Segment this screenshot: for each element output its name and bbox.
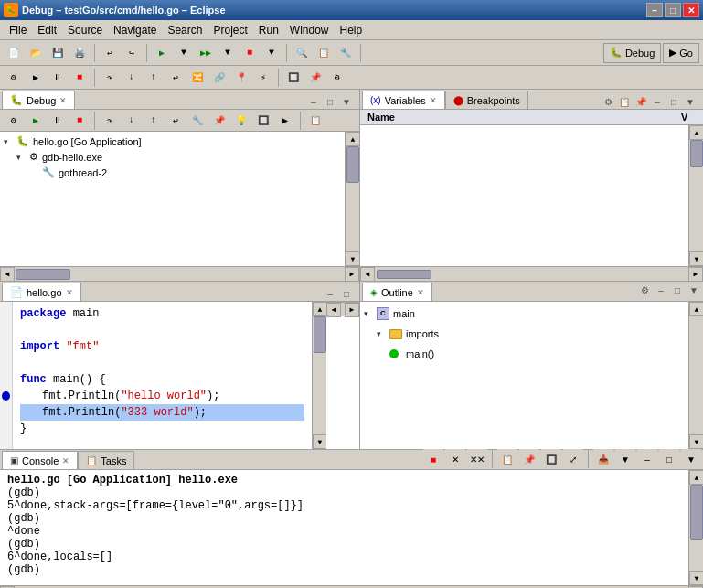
vars-sch-thumb[interactable] bbox=[377, 270, 431, 279]
t2-btn6[interactable]: ↓ bbox=[122, 68, 142, 88]
console-tb5[interactable]: 📌 bbox=[519, 449, 539, 469]
scroll-right-arrow[interactable]: ▶ bbox=[345, 267, 359, 282]
vars-scroll-thumb[interactable] bbox=[690, 140, 703, 167]
debug-tb9[interactable]: 🔧 bbox=[187, 111, 208, 131]
console-tb6[interactable]: 🔲 bbox=[541, 449, 561, 469]
outline-tb1[interactable]: ⚙ bbox=[637, 283, 652, 297]
editor-scroll-h[interactable]: ◀ ▶ bbox=[326, 302, 359, 316]
tasks-tab[interactable]: 📋 Tasks bbox=[78, 451, 134, 469]
console-tb3[interactable]: ✕✕ bbox=[467, 449, 487, 469]
debug-tb3[interactable]: ⏸ bbox=[48, 111, 68, 131]
outline-scroll-up[interactable]: ▲ bbox=[689, 302, 703, 316]
vars-tb2[interactable]: 📋 bbox=[617, 94, 632, 109]
outline-item-main[interactable]: ▾ C main bbox=[360, 304, 688, 324]
debug-maximize-btn[interactable]: □ bbox=[323, 94, 337, 109]
vars-tb3[interactable]: 📌 bbox=[634, 94, 648, 109]
debug-scroll-v[interactable]: ▲ ▼ bbox=[345, 132, 359, 266]
breakpoints-tab[interactable]: ⬤ Breakpoints bbox=[445, 91, 528, 109]
editor-tab[interactable]: 📄 hello.go ✕ bbox=[2, 283, 81, 301]
code-area[interactable]: package main import "fmt" func main() { … bbox=[13, 302, 312, 449]
t2-btn14[interactable]: 📌 bbox=[305, 68, 325, 88]
debug-tb1[interactable]: ⚙ bbox=[4, 111, 24, 131]
t2-btn11[interactable]: 📍 bbox=[231, 68, 251, 88]
menu-edit[interactable]: Edit bbox=[32, 22, 62, 38]
print-button[interactable]: 🖨️ bbox=[69, 43, 90, 63]
editor-scroll-up[interactable]: ▲ bbox=[313, 302, 326, 316]
menu-file[interactable]: File bbox=[4, 22, 32, 38]
debug-tab[interactable]: 🐛 Debug ✕ bbox=[2, 91, 75, 109]
editor-scroll-v[interactable]: ▲ ▼ bbox=[312, 302, 326, 449]
vars-max-btn[interactable]: □ bbox=[666, 94, 681, 109]
debug-tb8[interactable]: ↩ bbox=[165, 111, 186, 131]
vars-menu-btn[interactable]: ▼ bbox=[683, 94, 698, 109]
console-tb7[interactable]: ⤢ bbox=[563, 449, 583, 469]
debug-tb4[interactable]: ■ bbox=[69, 111, 90, 131]
scroll-up-arrow[interactable]: ▲ bbox=[346, 132, 359, 146]
tool3[interactable]: 🔧 bbox=[336, 43, 356, 63]
menu-navigate[interactable]: Navigate bbox=[108, 22, 162, 38]
tree-item-2[interactable]: 🔧 gothread-2 bbox=[0, 165, 345, 180]
menu-project[interactable]: Project bbox=[208, 22, 252, 38]
vars-scroll-h[interactable]: ◀ ▶ bbox=[360, 266, 703, 281]
console-tab-close[interactable]: ✕ bbox=[62, 456, 69, 465]
outline-max-btn[interactable]: □ bbox=[670, 283, 685, 297]
debug-tb12[interactable]: 🔲 bbox=[253, 111, 273, 131]
editor-scroll-thumb[interactable] bbox=[314, 316, 326, 353]
console-tb9[interactable]: ▼ bbox=[615, 449, 635, 469]
menu-window[interactable]: Window bbox=[284, 22, 335, 38]
console-scroll-v[interactable]: ▲ ▼ bbox=[688, 470, 703, 585]
vars-scroll-v[interactable]: ▲ ▼ bbox=[688, 125, 703, 266]
console-min-btn[interactable]: – bbox=[637, 449, 657, 469]
editor-sch-left[interactable]: ◀ bbox=[326, 303, 341, 317]
debug-tab-close[interactable]: ✕ bbox=[59, 96, 67, 105]
console-tb8[interactable]: 📥 bbox=[593, 449, 613, 469]
editor-max-btn[interactable]: □ bbox=[339, 286, 354, 301]
run-dropdown[interactable]: ▼ bbox=[174, 43, 194, 63]
maximize-button[interactable]: □ bbox=[665, 3, 681, 17]
t2-btn15[interactable]: ⚙ bbox=[327, 68, 347, 88]
run-button[interactable]: ▶ bbox=[152, 43, 172, 63]
t2-btn1[interactable]: ⚙ bbox=[4, 68, 24, 88]
t2-btn12[interactable]: ⚡ bbox=[253, 68, 273, 88]
debug-tb6[interactable]: ↓ bbox=[122, 111, 142, 131]
console-output[interactable]: hello.go [Go Application] hello.exe (gdb… bbox=[0, 470, 688, 585]
menu-source[interactable]: Source bbox=[62, 22, 108, 38]
tree-item-0[interactable]: ▾ 🐛 hello.go [Go Application] bbox=[0, 134, 345, 149]
console-max-btn[interactable]: □ bbox=[659, 449, 679, 469]
variables-tab[interactable]: (x) Variables ✕ bbox=[362, 91, 445, 109]
t2-btn2[interactable]: ▶ bbox=[26, 68, 46, 88]
t2-btn7[interactable]: ↑ bbox=[144, 68, 164, 88]
editor-sch-right[interactable]: ▶ bbox=[345, 303, 359, 317]
outline-item-mainfn[interactable]: main() bbox=[360, 344, 688, 364]
menu-search[interactable]: Search bbox=[162, 22, 208, 38]
debug-tb2[interactable]: ▶ bbox=[26, 111, 46, 131]
debug-button[interactable]: 🐛 Debug bbox=[603, 43, 661, 63]
t2-btn10[interactable]: 🔗 bbox=[209, 68, 229, 88]
vars-sch-left[interactable]: ◀ bbox=[360, 267, 375, 282]
outline-menu-btn[interactable]: ▼ bbox=[687, 283, 701, 297]
menu-help[interactable]: Help bbox=[335, 22, 368, 38]
vars-min-btn[interactable]: – bbox=[650, 94, 665, 109]
outline-tab[interactable]: ◈ Outline ✕ bbox=[362, 283, 432, 301]
window-controls[interactable]: – □ ✕ bbox=[646, 3, 699, 17]
outline-scroll-down[interactable]: ▼ bbox=[689, 434, 703, 449]
close-button[interactable]: ✕ bbox=[683, 3, 699, 17]
tool1[interactable]: 🔍 bbox=[292, 43, 312, 63]
debug-tb11[interactable]: 💡 bbox=[231, 111, 251, 131]
outline-scroll-v[interactable]: ▲ ▼ bbox=[688, 302, 703, 449]
vars-scroll-up[interactable]: ▲ bbox=[689, 125, 703, 140]
stop-button[interactable]: ■ bbox=[240, 43, 260, 63]
t2-btn5[interactable]: ↷ bbox=[100, 68, 120, 88]
editor-min-btn[interactable]: – bbox=[323, 286, 337, 301]
outline-tab-close[interactable]: ✕ bbox=[417, 288, 424, 297]
undo-button[interactable]: ↩ bbox=[100, 43, 120, 63]
vars-tab-close[interactable]: ✕ bbox=[430, 96, 437, 105]
scroll-down-arrow[interactable]: ▼ bbox=[346, 251, 359, 266]
save-button[interactable]: 💾 bbox=[48, 43, 68, 63]
scroll-v-thumb[interactable] bbox=[346, 146, 359, 183]
scroll-left-arrow[interactable]: ◀ bbox=[0, 267, 15, 282]
outline-min-btn[interactable]: – bbox=[654, 283, 668, 297]
minimize-button[interactable]: – bbox=[646, 3, 663, 17]
editor-scroll-down[interactable]: ▼ bbox=[313, 434, 326, 449]
go-button[interactable]: ▶ Go bbox=[663, 43, 699, 63]
